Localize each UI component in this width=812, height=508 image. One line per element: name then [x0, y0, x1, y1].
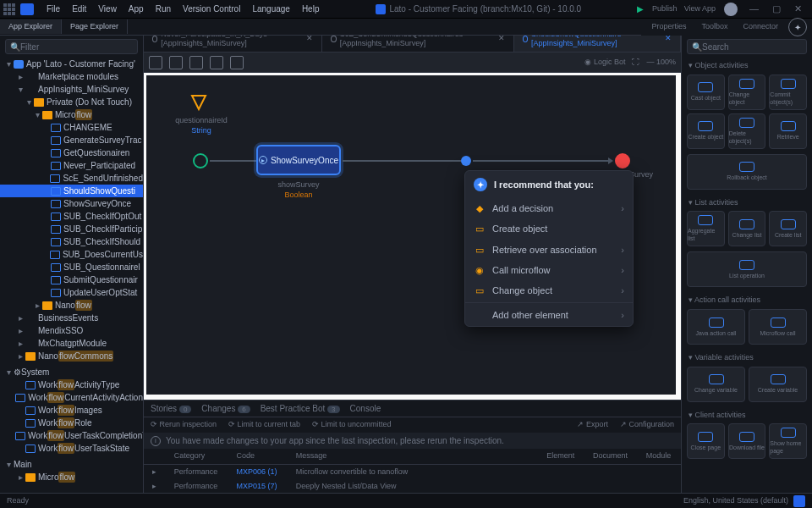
- tree-item[interactable]: SUB_CheckIfParticip: [0, 223, 143, 235]
- tree-item[interactable]: SUB_DoesCurrentUs: [0, 248, 143, 261]
- tree-item[interactable]: ▸Microflow: [0, 471, 143, 483]
- editor-tab[interactable]: Never_Participated_In_X_Days [AppInsight…: [144, 36, 322, 52]
- suggest-item[interactable]: ▭Change object›: [465, 280, 633, 301]
- toolbox-item[interactable]: Aggregate list: [687, 211, 725, 246]
- toolbox-item[interactable]: Change variable: [687, 367, 745, 402]
- best-practice-table[interactable]: CategoryCodeMessageElementDocumentModule…: [144, 449, 681, 493]
- view-app-button[interactable]: View App: [681, 4, 719, 14]
- flow-connector[interactable]: [343, 160, 461, 162]
- tree-item[interactable]: ▾Private (Do Not Touch): [0, 96, 143, 108]
- tree-root[interactable]: App 'Lato - Customer Facing': [26, 58, 135, 69]
- toolbar-icon[interactable]: [149, 56, 162, 69]
- run-icon[interactable]: ▶: [632, 3, 649, 14]
- toolbox-item[interactable]: Download file: [728, 423, 766, 459]
- table-row[interactable]: ▸PerformanceMXP006 (1)Microflow converti…: [144, 464, 681, 479]
- bottom-toolbar-item[interactable]: ↗ Configuration: [620, 420, 674, 430]
- suggest-item[interactable]: ▭Create object: [465, 218, 633, 239]
- flow-parameter[interactable]: [189, 92, 209, 113]
- tree-item[interactable]: ▸NanoflowCommons: [0, 350, 143, 362]
- toolbox-search[interactable]: 🔍 Search: [687, 39, 807, 54]
- tree-item[interactable]: ▸MxChatgptModule: [0, 337, 143, 350]
- maximize-icon[interactable]: ▢: [765, 3, 787, 14]
- toolbar-icon[interactable]: [230, 56, 244, 69]
- bottom-toolbar-item[interactable]: ↗ Export: [577, 420, 608, 430]
- bottom-tab[interactable]: Best Practice Bot 3: [261, 403, 340, 414]
- minimize-icon[interactable]: —: [743, 3, 765, 14]
- tree-item[interactable]: GenerateSurveyTrac: [0, 134, 143, 146]
- flow-end[interactable]: [615, 153, 630, 168]
- tree-system[interactable]: System: [21, 367, 49, 378]
- toolbox-item[interactable]: Rollback object: [687, 154, 807, 190]
- menu-file[interactable]: File: [41, 2, 66, 16]
- logic-bot-toggle[interactable]: ◉ Logic Bot: [584, 58, 625, 68]
- toolbar-icon[interactable]: [169, 56, 183, 69]
- tree-item[interactable]: SubmitQuestionnair: [0, 273, 143, 286]
- bottom-tab[interactable]: Console: [350, 403, 381, 414]
- toolbar-icon[interactable]: [210, 56, 223, 69]
- tree-filter-input[interactable]: 🔍 Filter: [5, 39, 138, 54]
- menu-run[interactable]: Run: [150, 2, 177, 16]
- tree-item[interactable]: ▸MendixSSO: [0, 324, 143, 337]
- toolbox-item[interactable]: Show home page: [769, 423, 807, 459]
- tree-item[interactable]: CHANGEME: [0, 121, 143, 134]
- toolbar-icon[interactable]: [189, 56, 203, 69]
- toolbox-item[interactable]: Java action call: [687, 309, 745, 345]
- bottom-toolbar-item[interactable]: ⟳ Rerun inspection: [151, 420, 217, 430]
- toolbox-item[interactable]: Delete object(s): [728, 113, 766, 149]
- table-row[interactable]: ▸PerformanceMXP015 (7)Deeply Nested List…: [144, 479, 681, 493]
- tool-toolbox[interactable]: Toolbox: [696, 20, 732, 34]
- tree-item[interactable]: WorkflowCurrentActivityAction: [0, 391, 143, 404]
- app-launcher-icon[interactable]: [3, 3, 15, 15]
- flow-connector[interactable]: [210, 160, 256, 162]
- toolbox-item[interactable]: Create variable: [749, 367, 807, 402]
- toolbox-item[interactable]: Create list: [769, 211, 807, 246]
- bottom-toolbar-item[interactable]: ⟳ Limit to current tab: [228, 420, 300, 430]
- toolbox-item[interactable]: Change list: [728, 211, 766, 246]
- tree-item[interactable]: Never_Participated: [0, 159, 143, 172]
- suggest-item[interactable]: ▭Retrieve over association›: [465, 240, 633, 260]
- tool-connector[interactable]: Connector: [738, 20, 783, 34]
- tree-item[interactable]: ShouldShowQuesti: [0, 185, 143, 197]
- toolbox-item[interactable]: List operation: [687, 251, 807, 287]
- tree-item[interactable]: ▸BusinessEvents: [0, 312, 143, 324]
- tree-item[interactable]: ShowSurveyOnce: [0, 197, 143, 210]
- menu-edit[interactable]: Edit: [66, 2, 92, 16]
- ai-assistant-icon[interactable]: ✦: [788, 18, 807, 36]
- toolbox-item[interactable]: Retrieve: [769, 113, 807, 149]
- tree-item[interactable]: ScE_SendUnfinished: [0, 172, 143, 185]
- close-icon[interactable]: ✕: [787, 3, 809, 14]
- toolbox-item[interactable]: Close page: [687, 423, 725, 459]
- publish-button[interactable]: Publish: [649, 4, 681, 14]
- tree-item[interactable]: SUB_Questionnairel: [0, 261, 143, 273]
- tree-item[interactable]: WorkflowUserTaskCompletionType: [0, 429, 143, 442]
- tree-item[interactable]: WorkflowUserTaskState: [0, 442, 143, 455]
- tree-item[interactable]: WorkflowActivityType: [0, 378, 143, 391]
- toolbox-item[interactable]: Microflow call: [749, 309, 807, 345]
- zoom-level[interactable]: — 100%: [646, 58, 676, 68]
- flow-activity[interactable]: ShowSurveyOnce: [256, 145, 341, 175]
- project-tree[interactable]: ▾App 'Lato - Customer Facing' ▸Marketpla…: [0, 58, 143, 493]
- tool-properties[interactable]: Properties: [646, 20, 691, 34]
- menu-app[interactable]: App: [123, 2, 150, 16]
- tree-item[interactable]: ▸Marketplace modules: [0, 70, 143, 83]
- tree-item[interactable]: ▾Microflow: [0, 108, 143, 121]
- microflow-canvas[interactable]: questionnaireId String ShowSurveyOnce sh…: [144, 73, 681, 400]
- toolbox-item[interactable]: Create object: [687, 113, 725, 149]
- menu-view[interactable]: View: [92, 2, 123, 16]
- tree-item[interactable]: WorkflowImages: [0, 404, 143, 417]
- editor-tab[interactable]: ScE_SendUnfinishedQuestionnaires [AppIns…: [322, 36, 513, 52]
- tree-item[interactable]: SUB_CheckIfOptOut: [0, 210, 143, 223]
- tree-item[interactable]: UpdateUserOptStat: [0, 286, 143, 299]
- tree-item[interactable]: SUB_CheckIfShould: [0, 235, 143, 248]
- tree-main[interactable]: Main: [14, 459, 32, 470]
- menu-language[interactable]: Language: [246, 2, 296, 16]
- status-language[interactable]: English, United States (default): [683, 496, 788, 506]
- menu-version-control[interactable]: Version Control: [177, 2, 246, 16]
- toolbox-item[interactable]: Cast object: [687, 75, 725, 110]
- suggest-item[interactable]: ◉Call microflow›: [465, 260, 633, 280]
- bottom-tab[interactable]: Changes 6: [201, 403, 250, 414]
- menu-help[interactable]: Help: [296, 2, 326, 16]
- editor-tab[interactable]: ShouldShowQuestionnaire [AppInsights_Min…: [514, 36, 681, 52]
- tab-page-explorer[interactable]: Page Explorer: [62, 19, 128, 35]
- suggest-item[interactable]: ◆Add a decision›: [465, 198, 633, 218]
